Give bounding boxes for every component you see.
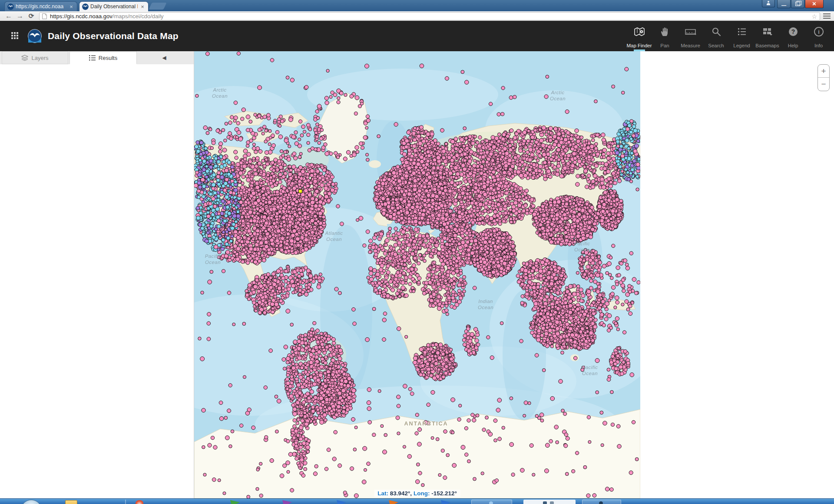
pan-hand-icon — [660, 26, 670, 37]
minimize-button[interactable]: — — [777, 0, 791, 8]
info-icon: i — [814, 26, 824, 37]
toolbar-legend[interactable]: Legend — [729, 21, 755, 51]
url-omnibox[interactable]: https://gis.ncdc.noaa.gov/maps/ncei/cdo/… — [39, 12, 820, 20]
map-finder-icon — [634, 26, 645, 37]
app-header: Daily Observational Data Map Map Finder … — [0, 21, 834, 51]
toolbar-map-finder[interactable]: Map Finder — [626, 21, 652, 51]
reload-icon: ⟳ — [29, 12, 34, 20]
noaa-favicon — [82, 3, 89, 10]
toolbar-measure[interactable]: Measure — [678, 21, 703, 51]
basemaps-grid-icon — [762, 26, 773, 37]
map-toolbar: Map Finder Pan Measure Search — [626, 21, 831, 51]
taskbar-app-icon[interactable] — [282, 500, 292, 504]
noaa-favicon — [7, 3, 14, 10]
tab-title: https://gis.ncdc.noaa — [16, 3, 66, 10]
layers-icon — [21, 55, 28, 61]
windows-taskbar — [0, 498, 834, 504]
tab-layers[interactable]: Layers — [2, 51, 68, 64]
forward-icon: → — [17, 12, 23, 20]
noaa-logo — [28, 29, 42, 43]
zoom-in-button[interactable]: + — [818, 65, 829, 78]
browser-tab-active[interactable]: Daily Observational D × — [79, 1, 149, 11]
minimize-icon: — — [781, 3, 786, 8]
reload-button[interactable]: ⟳ — [26, 11, 36, 21]
svg-text:?: ? — [791, 28, 795, 35]
results-list-icon — [89, 55, 96, 61]
browser-tab-bar: https://gis.ncdc.noaa × Daily Observatio… — [0, 0, 834, 11]
back-icon: ← — [5, 12, 12, 20]
close-button[interactable]: ✕ — [805, 0, 824, 8]
taskbar-explorer-icon[interactable] — [65, 500, 77, 504]
collapse-left-icon: ◀ — [162, 55, 166, 61]
svg-text:i: i — [818, 29, 820, 35]
toolbar-basemaps[interactable]: Basemaps — [755, 21, 780, 51]
url-path: /maps/ncei/cdo/daily — [113, 13, 164, 20]
maximize-icon — [795, 2, 800, 6]
url-host: https://gis.ncdc.noaa.gov — [50, 13, 113, 20]
toolbar-pan[interactable]: Pan — [652, 21, 678, 51]
person-icon — [767, 2, 770, 5]
browser-tab-background[interactable]: https://gis.ncdc.noaa × — [4, 1, 77, 11]
back-button[interactable]: ← — [3, 11, 14, 21]
forward-button[interactable]: → — [15, 11, 25, 21]
bookmark-star-icon[interactable]: ☆ — [811, 13, 817, 20]
tab-close-icon[interactable]: × — [68, 3, 74, 10]
taskbar-separator — [125, 500, 126, 504]
side-panel: Layers Results ◀ — [0, 51, 194, 498]
taskbar-app-icon[interactable] — [230, 500, 240, 504]
taskbar-active-window-button[interactable] — [523, 500, 576, 504]
results-panel-body — [0, 64, 194, 498]
page-title: Daily Observational Data Map — [48, 21, 179, 51]
page-icon — [42, 13, 47, 19]
profile-button[interactable] — [762, 0, 775, 7]
selected-station-marker[interactable] — [298, 189, 302, 193]
toolbar-help[interactable]: ? Help — [780, 21, 806, 51]
legend-list-icon — [737, 26, 747, 37]
browser-menu-icon[interactable] — [823, 13, 831, 19]
browser-address-bar: ← → ⟳ https://gis.ncdc.noaa.gov/maps/nce… — [0, 11, 834, 21]
taskbar-window-button[interactable] — [471, 500, 512, 504]
zoom-out-button[interactable]: − — [818, 78, 829, 91]
tab-title: Daily Observational D — [90, 3, 138, 10]
close-icon: ✕ — [812, 1, 816, 7]
taskbar-app-icon[interactable] — [389, 500, 398, 504]
new-tab-button[interactable] — [149, 3, 166, 10]
coordinates-status: Lat: 83.942°, Long: -152.212° — [374, 490, 460, 497]
toolbar-search[interactable]: Search — [703, 21, 729, 51]
panel-collapse-button[interactable]: ◀ — [160, 54, 169, 61]
start-button[interactable] — [21, 500, 42, 504]
maximize-button[interactable] — [791, 0, 804, 8]
map-zoom-control: + − — [817, 64, 830, 91]
taskbar-app-icon[interactable] — [136, 500, 143, 504]
app-grid-icon[interactable] — [11, 32, 19, 40]
measure-ruler-icon — [685, 26, 697, 37]
taskbar-app-icon[interactable] — [441, 500, 450, 504]
search-icon — [711, 26, 721, 37]
taskbar-app-icon[interactable] — [337, 500, 346, 504]
screen: { "browser": { "tabs": [ {"title": "http… — [0, 0, 834, 504]
tab-close-icon[interactable]: × — [139, 3, 146, 10]
toolbar-info[interactable]: i Info — [806, 21, 831, 51]
help-icon: ? — [788, 26, 798, 37]
world-map-canvas[interactable] — [194, 51, 640, 498]
panel-tab-strip: Layers Results ◀ — [0, 51, 194, 64]
tab-results[interactable]: Results — [70, 51, 137, 64]
map-viewport: Arctic OceanArctic OceanAtlantic OceanPa… — [194, 51, 640, 498]
taskbar-window-button[interactable] — [582, 500, 621, 504]
